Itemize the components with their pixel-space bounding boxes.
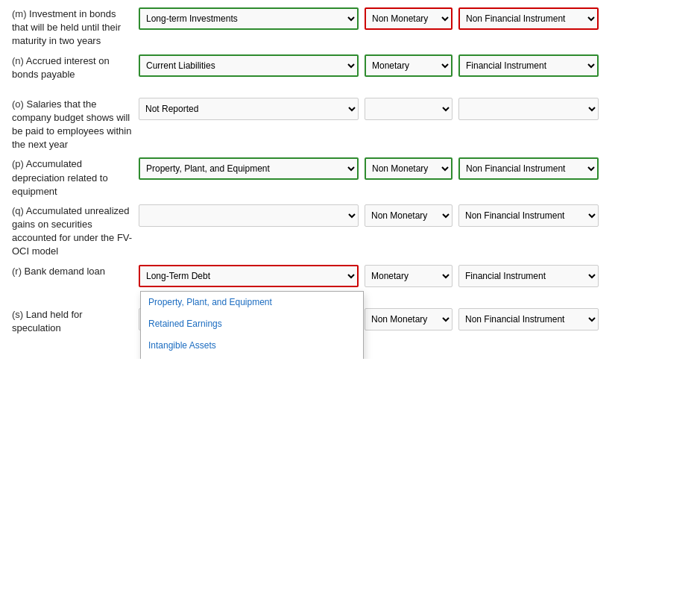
letter-o: (o) (12, 98, 27, 110)
selects-col-p: Property, Plant, and EquipmentRetained E… (139, 157, 688, 180)
instrument-select-o[interactable]: Financial InstrumentNon Financial Instru… (458, 98, 599, 120)
dropdown-overlay: Property, Plant, and EquipmentRetained E… (140, 291, 364, 359)
monetary-select-n[interactable]: MonetaryNon Monetary (365, 54, 453, 77)
row-m: (m) Investment in bonds that will be hel… (12, 7, 688, 48)
description-o: Salaries that the company budget shows w… (12, 98, 131, 151)
selects-col-m: Property, Plant, and EquipmentRetained E… (139, 7, 688, 30)
main-container: (m) Investment in bonds that will be hel… (0, 0, 700, 359)
label-col-s: (s) Land held for speculation (12, 308, 139, 335)
selects-col-o: Property, Plant, and EquipmentRetained E… (139, 98, 688, 120)
main-select-r[interactable]: Property, Plant, and EquipmentRetained E… (139, 265, 359, 287)
selects-col-r: Property, Plant, and EquipmentRetained E… (139, 265, 688, 287)
row-n: (n) Accrued interest on bonds payablePro… (12, 54, 688, 92)
row-p: (p) Accumulated depreciation related to … (12, 157, 688, 198)
letter-r: (r) (12, 266, 25, 277)
monetary-select-o[interactable]: MonetaryNon Monetary (365, 98, 453, 120)
dropdown-option-property,-plant,-and-equipment[interactable]: Property, Plant, and Equipment (141, 292, 363, 313)
instrument-select-r[interactable]: Financial InstrumentNon Financial Instru… (458, 265, 599, 287)
monetary-select-p[interactable]: MonetaryNon Monetary (365, 157, 453, 180)
dropdown-option-intangible-assets[interactable]: Intangible Assets (141, 335, 363, 357)
instrument-select-s[interactable]: Financial InstrumentNon Financial Instru… (458, 308, 599, 330)
description-p: Accumulated depreciation related to equi… (12, 158, 108, 196)
instrument-select-m[interactable]: Financial InstrumentNon Financial Instru… (458, 7, 599, 30)
label-col-r: (r) Bank demand loan (12, 265, 139, 278)
instrument-select-q[interactable]: Financial InstrumentNon Financial Instru… (458, 204, 599, 227)
description-r: Bank demand loan (25, 266, 105, 277)
dropdown-option-retained-earnings[interactable]: Retained Earnings (141, 313, 363, 335)
letter-m: (m) (12, 8, 29, 19)
main-select-o[interactable]: Property, Plant, and EquipmentRetained E… (139, 98, 359, 120)
main-select-m[interactable]: Property, Plant, and EquipmentRetained E… (139, 7, 359, 30)
main-select-q[interactable]: Property, Plant, and EquipmentRetained E… (139, 204, 359, 227)
monetary-select-m[interactable]: MonetaryNon Monetary (365, 7, 453, 30)
description-q: Accumulated unrealized gains on securiti… (12, 205, 132, 257)
monetary-select-q[interactable]: MonetaryNon Monetary (365, 204, 453, 227)
letter-s: (s) (12, 309, 26, 320)
letter-q: (q) (12, 205, 26, 216)
row-q: (q) Accumulated unrealized gains on secu… (12, 204, 688, 259)
main-select-n[interactable]: Property, Plant, and EquipmentRetained E… (139, 54, 359, 77)
main-select-p[interactable]: Property, Plant, and EquipmentRetained E… (139, 157, 359, 180)
monetary-select-s[interactable]: MonetaryNon Monetary (365, 308, 453, 330)
selects-col-n: Property, Plant, and EquipmentRetained E… (139, 54, 688, 77)
label-col-o: (o) Salaries that the company budget sho… (12, 98, 139, 152)
selects-col-q: Property, Plant, and EquipmentRetained E… (139, 204, 688, 227)
description-n: Accrued interest on bonds payable (12, 55, 110, 80)
letter-n: (n) (12, 55, 26, 66)
label-col-m: (m) Investment in bonds that will be hel… (12, 7, 139, 48)
instrument-select-p[interactable]: Financial InstrumentNon Financial Instru… (458, 157, 599, 180)
label-col-n: (n) Accrued interest on bonds payable (12, 54, 139, 81)
dropdown-option-long-term-investments[interactable]: Long-term Investments (141, 357, 363, 359)
label-col-q: (q) Accumulated unrealized gains on secu… (12, 204, 139, 259)
label-col-p: (p) Accumulated depreciation related to … (12, 157, 139, 198)
letter-p: (p) (12, 158, 26, 169)
instrument-select-n[interactable]: Financial InstrumentNon Financial Instru… (458, 54, 599, 77)
monetary-select-r[interactable]: MonetaryNon Monetary (365, 265, 453, 287)
row-o: (o) Salaries that the company budget sho… (12, 98, 688, 152)
